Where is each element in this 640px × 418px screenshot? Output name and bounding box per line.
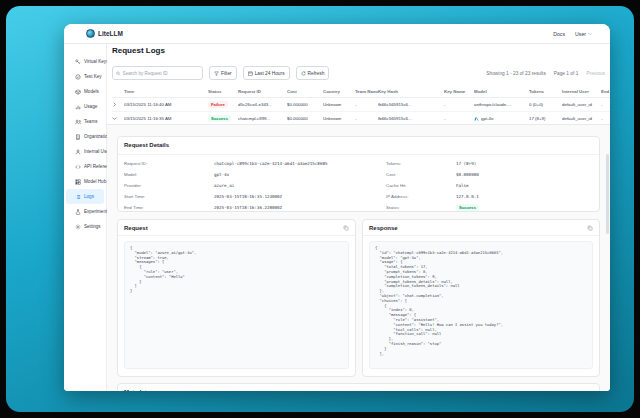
titlebar: LiteLLM Docs User (64, 24, 610, 44)
detail-label: End Time: (124, 205, 214, 210)
time-range-button[interactable]: Last 24 Hours (243, 66, 290, 80)
detail-value: 2025-03-15T18:16:35.123000Z (214, 194, 282, 199)
expanded-row-detail: Request Details Request ID:chatcmpl-c899… (107, 124, 610, 391)
time-range-label: Last 24 Hours (255, 71, 285, 76)
cell-cost: $0.000000 (287, 116, 323, 121)
search-icon (116, 71, 121, 76)
chevron-down-icon[interactable] (112, 116, 117, 121)
detail-label: Model: (124, 172, 214, 177)
sidebar-item-logs[interactable]: Logs (66, 189, 104, 204)
detail-value: 2025-03-15T18:16:36.228000Z (214, 205, 282, 210)
cell-team-name: - (355, 116, 378, 121)
user-menu[interactable]: User (575, 31, 596, 37)
column-cost: Cost (287, 89, 323, 94)
calendar-icon (248, 71, 253, 76)
pagination-summary: Showing 1 - 23 of 23 results Page 1 of 1… (486, 71, 605, 76)
search-input[interactable] (123, 71, 199, 76)
detail-label: Cache Hit: (386, 183, 456, 188)
copy-icon[interactable] (343, 225, 349, 231)
sidebar-item-organizations[interactable]: Organizations (66, 129, 104, 144)
litellm-logo-icon (86, 29, 95, 38)
status-badge: Success (208, 115, 231, 122)
column-time: Time (124, 89, 208, 94)
refresh-button[interactable]: Refresh (296, 66, 330, 80)
sidebar-item-usage[interactable]: Usage (66, 99, 104, 114)
details-left-column: Request ID:chatcmpl-c899c1b3-ca2e-4214-a… (124, 158, 374, 212)
detail-value: $0.000000 (456, 172, 479, 177)
sidebar-item-settings[interactable]: Settings (66, 219, 104, 234)
detail-value: 17 (8+9) (456, 161, 476, 166)
request-details-title: Request Details (124, 142, 169, 148)
request-panel: Request { "model": "azure_ai/gpt-4o", "s… (117, 219, 356, 377)
sidebar-item-experimental[interactable]: Experimental (66, 204, 104, 219)
detail-label: IP Address: (386, 194, 456, 199)
filter-button[interactable]: Filter (209, 66, 237, 80)
column-status: Status (208, 89, 238, 94)
bar-chart-icon (75, 104, 81, 110)
sidebar-item-label: Teams (84, 119, 98, 124)
cell-model: anthropic/claude-... (474, 102, 529, 107)
sidebar-item-test-key[interactable]: Test Key (66, 69, 104, 84)
test-key-icon (75, 74, 81, 80)
filter-icon (214, 71, 219, 76)
refresh-icon (301, 71, 306, 76)
sidebar-item-virtual-keys[interactable]: Virtual Keys (66, 54, 104, 69)
table-header: Time Status Request ID Cost Country Team… (112, 85, 610, 98)
sidebar-item-api-reference[interactable]: API Reference (66, 159, 104, 174)
response-panel-title: Response (369, 225, 398, 231)
cell-time: 03/15/2025 11:16:40 AM (124, 102, 208, 107)
user-icon (75, 149, 81, 155)
page-indicator: Page 1 of 1 (554, 71, 579, 76)
column-internal-user: Internal User (562, 89, 601, 94)
detail-label: Status: (386, 205, 456, 210)
sidebar-item-teams[interactable]: Teams (66, 114, 104, 129)
detail-value: False (456, 183, 469, 188)
column-key-hash: Key Hash (378, 89, 444, 94)
request-panel-title: Request (124, 225, 148, 231)
filter-button-label: Filter (221, 71, 232, 76)
copy-icon[interactable] (587, 225, 593, 231)
sidebar-item-label: Model Hub (84, 179, 106, 184)
chevron-right-icon[interactable] (112, 102, 117, 107)
docs-link[interactable]: Docs (553, 31, 565, 37)
sidebar-item-model-hub[interactable]: Model Hub (66, 174, 104, 189)
detail-label: Tokens: (386, 161, 456, 166)
sidebar-item-label: Settings (84, 224, 101, 229)
request-details-card: Request Details Request ID:chatcmpl-c899… (117, 136, 600, 212)
scrollbar[interactable] (606, 154, 609, 234)
status-badge: Success (456, 204, 479, 211)
building-icon (75, 134, 81, 140)
logs-icon (75, 194, 81, 200)
sidebar-item-models[interactable]: Models (66, 84, 104, 99)
sidebar-item-label: Models (84, 89, 99, 94)
cell-cost: $0.000000 (287, 102, 323, 107)
cube-icon (75, 89, 81, 95)
app-window: LiteLLM Docs User Virtual Keys Test Key (64, 24, 610, 391)
column-team-name: Team Name (355, 89, 378, 94)
status-badge: Failure (208, 101, 228, 108)
metadata-card: Metadata (117, 383, 600, 391)
column-end-user: End User (601, 89, 610, 94)
chevron-down-icon (588, 32, 592, 36)
results-count: Showing 1 - 23 of 23 results (486, 71, 545, 76)
request-json: { "model": "azure_ai/gpt-4o", "stream": … (124, 241, 349, 369)
column-model: Model (474, 89, 529, 94)
toolbar: Filter Last 24 Hours Refresh Showing 1 -… (112, 66, 605, 80)
column-country: Country (323, 89, 355, 94)
detail-value: azure_ai (214, 183, 234, 188)
cell-country: Unknown (323, 116, 355, 121)
grid-icon (75, 179, 81, 185)
sidebar-item-label: Virtual Keys (84, 59, 108, 64)
cell-internal-user: default_user_id (562, 102, 601, 107)
cell-internal-user: default_user_id (562, 116, 601, 121)
brand: LiteLLM (86, 29, 123, 38)
sidebar-item-internal-users[interactable]: Internal Users (66, 144, 104, 159)
table-row[interactable]: 03/15/2025 11:16:40 AM Failure d5c26ce4-… (112, 98, 610, 111)
column-request-id: Request ID (238, 89, 287, 94)
cell-key-name: - (444, 116, 474, 121)
main-content: Request Logs Filter Last 24 Hours Refres… (107, 44, 610, 391)
table-row[interactable]: 03/15/2025 11:16:35 AM Success chatcmpl-… (112, 111, 610, 124)
previous-page-button[interactable]: Previous (586, 71, 605, 76)
response-json: { "id": "chatcmpl-c899c1b3-ca2e-4214-a6d… (369, 241, 593, 369)
azure-provider-icon (474, 116, 479, 121)
